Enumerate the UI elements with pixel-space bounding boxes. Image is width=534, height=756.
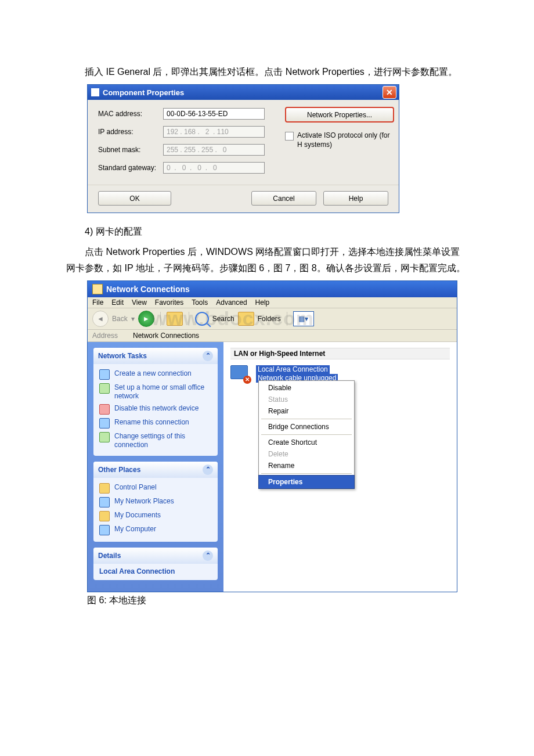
other-places-card: Other Places ⌃ Control Panel My Network … [93, 462, 218, 542]
task-create-connection[interactable]: Create a new connection [99, 368, 212, 381]
menu-favorites[interactable]: Favorites [155, 298, 183, 307]
control-panel-icon [99, 483, 110, 494]
task-change-settings[interactable]: Change settings of this connection [99, 430, 212, 451]
network-tasks-card: Network Tasks ⌃ Create a new connection … [93, 348, 218, 456]
computer-icon [99, 525, 110, 535]
task-rename[interactable]: Rename this connection [99, 416, 212, 430]
ctx-bridge[interactable]: Bridge Connections [260, 421, 353, 433]
place-my-computer[interactable]: My Computer [99, 523, 212, 537]
ip-input [163, 126, 265, 138]
ok-button[interactable]: OK [98, 191, 171, 206]
mac-label: MAC address: [98, 110, 163, 118]
network-tasks-title: Network Tasks [98, 352, 147, 360]
ctx-delete: Delete [260, 448, 353, 460]
task-label: Disable this network device [114, 404, 199, 413]
place-my-documents[interactable]: My Documents [99, 509, 212, 523]
gateway-label: Standard gateway: [98, 164, 163, 172]
documents-icon [99, 511, 110, 521]
other-places-title: Other Places [98, 466, 140, 474]
search-icon[interactable] [195, 312, 209, 326]
ctx-rename[interactable]: Rename [260, 460, 353, 471]
forward-icon[interactable]: ► [138, 311, 154, 327]
rename-icon [99, 418, 110, 429]
menu-help[interactable]: Help [255, 298, 270, 307]
gateway-input [163, 162, 265, 174]
window-title: Network Connections [106, 285, 190, 294]
settings-icon [99, 432, 110, 442]
task-setup-network[interactable]: Set up a home or small office network [99, 381, 212, 402]
dialog-titlebar[interactable]: Component Properties ✕ [88, 85, 399, 100]
menu-edit[interactable]: Edit [111, 298, 124, 307]
address-value[interactable]: Network Connections [133, 332, 199, 340]
search-label[interactable]: Search [212, 315, 234, 323]
place-label: My Computer [114, 525, 156, 534]
context-menu: Disable Status Repair Bridge Connections… [258, 380, 355, 489]
main-pane: LAN or High-Speed Internet ✕ Local Area … [223, 342, 457, 592]
paragraph-1: 插入 IE General 后，即弹出其属性对话框。点击 Network Pro… [66, 64, 468, 80]
iso-checkbox-label: Activate ISO protocol only (for H system… [297, 131, 394, 149]
place-label: My Documents [114, 511, 161, 520]
details-body: Local Area Connection [99, 567, 212, 575]
cancel-button[interactable]: Cancel [251, 191, 316, 206]
connection-name: Local Area Connection [256, 365, 330, 374]
menu-file[interactable]: File [92, 298, 103, 307]
task-disable-device[interactable]: Disable this network device [99, 402, 212, 416]
wizard-icon [99, 369, 110, 380]
address-bar: Address Network Connections [88, 330, 457, 342]
place-network-places[interactable]: My Network Places [99, 495, 212, 509]
iso-checkbox[interactable] [285, 132, 294, 141]
menu-advanced[interactable]: Advanced [216, 298, 247, 307]
task-label: Set up a home or small office network [114, 383, 212, 401]
ctx-disable[interactable]: Disable [260, 382, 353, 394]
app-icon [91, 88, 99, 96]
subnet-label: Subnet mask: [98, 146, 163, 154]
toolbar: www.bdocx.com ◄ Back ▾ ► Search Folders … [88, 308, 457, 330]
ctx-separator [261, 434, 352, 435]
address-label: Address [92, 332, 118, 340]
collapse-icon[interactable]: ⌃ [203, 465, 213, 475]
network-properties-button[interactable]: Network Properties... [285, 107, 394, 123]
unplugged-icon: ✕ [243, 376, 251, 384]
section-4-heading: 4) 网卡的配置 [66, 224, 468, 239]
ctx-repair[interactable]: Repair [260, 405, 353, 417]
window-titlebar[interactable]: Network Connections [88, 281, 457, 297]
menubar: File Edit View Favorites Tools Advanced … [88, 297, 457, 308]
address-icon [121, 332, 129, 340]
details-card: Details ⌃ Local Area Connection [93, 548, 218, 580]
up-folder-icon[interactable] [167, 312, 183, 326]
help-button[interactable]: Help [323, 191, 388, 206]
group-header-lan: LAN or High-Speed Internet [230, 348, 450, 359]
mac-input[interactable] [163, 108, 265, 120]
back-label[interactable]: Back [112, 315, 128, 323]
menu-view[interactable]: View [132, 298, 147, 307]
disable-icon [99, 404, 110, 415]
place-label: My Network Places [114, 497, 174, 506]
toolbar-separator [189, 312, 189, 326]
ctx-properties[interactable]: Properties [259, 476, 354, 488]
menu-tools[interactable]: Tools [192, 298, 208, 307]
close-icon[interactable]: ✕ [383, 86, 396, 99]
collapse-icon[interactable]: ⌃ [203, 351, 213, 361]
folder-icon [92, 284, 103, 294]
network-connections-window: Network Connections File Edit View Favor… [87, 280, 457, 592]
paragraph-2: 点击 Network Properties 后，WINDOWS 网络配置窗口即打… [66, 244, 468, 275]
toolbar-separator [160, 312, 161, 326]
ctx-shortcut[interactable]: Create Shortcut [260, 437, 353, 448]
collapse-icon[interactable]: ⌃ [203, 550, 213, 561]
ctx-separator [261, 473, 352, 474]
back-icon[interactable]: ◄ [92, 311, 109, 327]
ip-label: IP address: [98, 128, 163, 136]
folders-icon[interactable] [238, 312, 254, 326]
network-places-icon [99, 497, 110, 507]
network-icon [99, 383, 110, 394]
figure-6-caption: 图 6: 本地连接 [87, 595, 468, 607]
subnet-input [163, 144, 265, 156]
connection-icon: ✕ [230, 365, 250, 383]
place-control-panel[interactable]: Control Panel [99, 481, 212, 495]
ctx-separator [261, 419, 352, 419]
views-button[interactable]: ▦▾ [293, 311, 314, 326]
task-label: Rename this connection [114, 418, 189, 427]
task-label: Create a new connection [114, 369, 192, 378]
folders-label[interactable]: Folders [258, 315, 281, 323]
details-title: Details [98, 552, 121, 560]
